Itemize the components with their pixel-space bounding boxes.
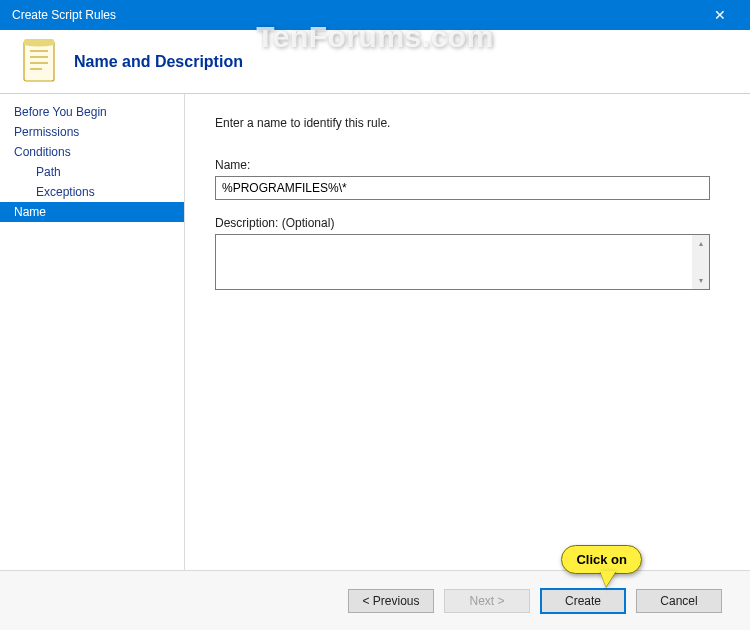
chevron-down-icon[interactable]: ▾: [692, 272, 709, 289]
textarea-scrollbar[interactable]: ▴ ▾: [692, 235, 709, 289]
next-button: Next >: [444, 589, 530, 613]
wizard-header: Name and Description: [0, 30, 750, 94]
sidebar-item-permissions[interactable]: Permissions: [0, 122, 184, 142]
sidebar-item-before-you-begin[interactable]: Before You Begin: [0, 102, 184, 122]
callout-label: Click on: [576, 552, 627, 567]
sidebar-item-name[interactable]: Name: [0, 202, 184, 222]
page-heading: Name and Description: [74, 53, 243, 71]
document-icon: [16, 38, 64, 86]
callout-tail-icon: [600, 571, 616, 587]
titlebar: Create Script Rules ✕: [0, 0, 750, 30]
callout-annotation: Click on: [561, 545, 642, 574]
create-button[interactable]: Create: [540, 588, 626, 614]
wizard-main: Enter a name to identify this rule. Name…: [185, 94, 750, 570]
window-title: Create Script Rules: [12, 8, 700, 22]
name-input[interactable]: [215, 176, 710, 200]
description-input[interactable]: [215, 234, 710, 290]
cancel-button[interactable]: Cancel: [636, 589, 722, 613]
callout-bubble: Click on: [561, 545, 642, 574]
sidebar-item-path[interactable]: Path: [0, 162, 184, 182]
name-label: Name:: [215, 158, 710, 172]
wizard-body: Before You Begin Permissions Conditions …: [0, 94, 750, 570]
close-icon[interactable]: ✕: [700, 7, 740, 23]
instruction-text: Enter a name to identify this rule.: [215, 116, 710, 130]
wizard-sidebar: Before You Begin Permissions Conditions …: [0, 94, 185, 570]
sidebar-item-conditions[interactable]: Conditions: [0, 142, 184, 162]
previous-button[interactable]: < Previous: [348, 589, 434, 613]
chevron-up-icon[interactable]: ▴: [692, 235, 709, 252]
svg-rect-0: [24, 41, 54, 81]
wizard-footer: < Previous Next > Create Cancel: [0, 570, 750, 630]
description-label: Description: (Optional): [215, 216, 710, 230]
sidebar-item-exceptions[interactable]: Exceptions: [0, 182, 184, 202]
